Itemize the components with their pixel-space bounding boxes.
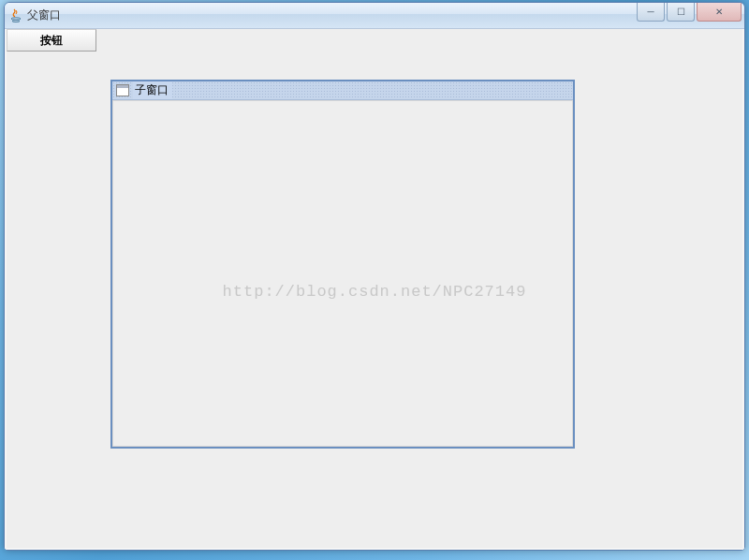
parent-window-title: 父窗口 — [27, 7, 741, 23]
parent-window: 父窗口 ─ ☐ ✕ 按钮 子窗口 — [4, 2, 745, 551]
child-window: 子窗口 — [110, 80, 575, 449]
close-button[interactable]: ✕ — [697, 3, 742, 22]
maximize-button[interactable]: ☐ — [667, 3, 695, 22]
java-icon — [8, 8, 23, 23]
child-window-title: 子窗口 — [133, 81, 172, 99]
internal-frame-icon — [116, 84, 129, 96]
svg-point-0 — [11, 17, 21, 19]
parent-titlebar[interactable]: 父窗口 ─ ☐ ✕ — [5, 3, 744, 29]
svg-point-1 — [12, 20, 20, 22]
window-controls: ─ ☐ ✕ — [637, 3, 744, 22]
child-titlebar[interactable]: 子窗口 — [112, 81, 573, 100]
minimize-button[interactable]: ─ — [637, 3, 665, 22]
toolbar-button[interactable]: 按钮 — [7, 29, 96, 52]
parent-window-content: 按钮 子窗口 — [5, 29, 744, 550]
child-window-content — [112, 100, 573, 447]
